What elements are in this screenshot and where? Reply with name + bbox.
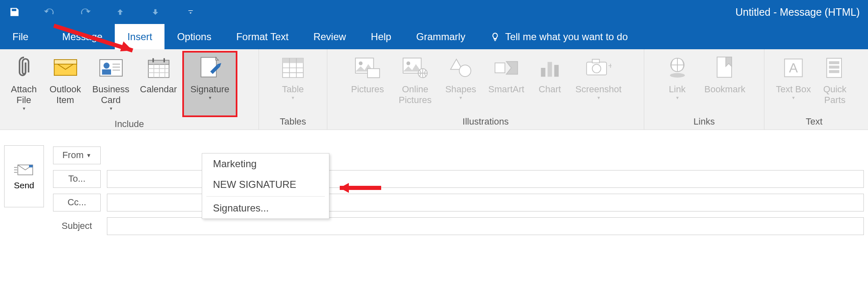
signature-menu-new[interactable]: NEW SIGNATURE bbox=[202, 174, 329, 195]
svg-rect-51 bbox=[829, 70, 839, 73]
screenshot-button[interactable]: + Screenshot ▾ bbox=[570, 53, 628, 101]
group-links: Link ▾ Bookmark Links bbox=[644, 49, 764, 130]
group-illustrations: Pictures Online Pictures Shapes ▾ Smart bbox=[327, 49, 644, 130]
svg-point-32 bbox=[459, 65, 471, 77]
signature-menu-marketing[interactable]: Marketing bbox=[202, 154, 329, 174]
pictures-button[interactable]: Pictures bbox=[344, 53, 392, 96]
svg-point-3 bbox=[103, 62, 109, 69]
screenshot-label: Screenshot bbox=[575, 84, 621, 95]
link-button[interactable]: Link ▾ bbox=[657, 53, 698, 101]
svg-text:+: + bbox=[608, 61, 612, 70]
svg-rect-35 bbox=[541, 68, 546, 77]
shapes-button[interactable]: Shapes ▾ bbox=[439, 53, 483, 101]
from-button[interactable]: From▼ bbox=[53, 147, 101, 164]
text-box-button[interactable]: A Text Box ▾ bbox=[773, 53, 814, 101]
subject-input[interactable] bbox=[107, 217, 864, 235]
svg-marker-34 bbox=[506, 62, 517, 74]
bookmark-icon bbox=[715, 53, 735, 82]
group-illustrations-label: Illustrations bbox=[331, 115, 640, 128]
tab-grammarly[interactable]: Grammarly bbox=[404, 24, 478, 49]
bookmark-button[interactable]: Bookmark bbox=[698, 53, 752, 96]
table-label: Table bbox=[282, 84, 304, 95]
undo-icon[interactable] bbox=[44, 6, 56, 18]
bookmark-label: Bookmark bbox=[704, 84, 745, 95]
tab-help[interactable]: Help bbox=[358, 24, 404, 49]
svg-rect-49 bbox=[829, 61, 839, 64]
svg-text:A: A bbox=[789, 60, 798, 75]
calendar-label: Calendar bbox=[140, 84, 177, 95]
text-box-label: Text Box bbox=[776, 84, 811, 95]
smartart-button[interactable]: SmartArt bbox=[483, 53, 530, 96]
tab-format-text[interactable]: Format Text bbox=[224, 24, 301, 49]
send-button[interactable]: Send bbox=[4, 145, 44, 207]
tab-review[interactable]: Review bbox=[301, 24, 358, 49]
chart-label: Chart bbox=[539, 84, 561, 95]
cc-label: Cc... bbox=[68, 197, 86, 208]
chevron-down-icon: ▾ bbox=[110, 106, 112, 110]
signature-menu-signatures[interactable]: Signatures... bbox=[202, 198, 329, 219]
quick-access-toolbar bbox=[8, 6, 197, 18]
tell-me-box[interactable]: Tell me what you want to do bbox=[490, 24, 628, 49]
redo-icon[interactable] bbox=[79, 6, 91, 18]
send-label: Send bbox=[14, 180, 34, 190]
svg-point-43 bbox=[670, 73, 685, 78]
chart-button[interactable]: Chart bbox=[530, 53, 570, 96]
to-button[interactable]: To... bbox=[53, 170, 101, 188]
cc-button[interactable]: Cc... bbox=[53, 194, 101, 211]
svg-marker-53 bbox=[120, 41, 133, 51]
group-links-label: Links bbox=[648, 115, 760, 128]
group-include-label: Include bbox=[4, 117, 254, 130]
tab-options[interactable]: Options bbox=[164, 24, 224, 49]
online-pictures-button[interactable]: Online Pictures bbox=[392, 53, 439, 106]
quick-parts-label: Quick Parts bbox=[817, 84, 853, 106]
svg-point-29 bbox=[406, 62, 410, 65]
chevron-down-icon: ▾ bbox=[459, 96, 462, 100]
chevron-down-icon: ▼ bbox=[86, 152, 92, 159]
title-bar: Untitled - Message (HTML) bbox=[0, 0, 868, 24]
group-tables-label: Tables bbox=[263, 115, 323, 128]
attach-file-button[interactable]: Attach File ▾ bbox=[4, 53, 44, 111]
svg-line-52 bbox=[54, 26, 133, 50]
chevron-down-icon: ▾ bbox=[23, 106, 25, 110]
group-text: A Text Box ▾ Quick Parts Text bbox=[764, 49, 864, 130]
svg-rect-17 bbox=[201, 58, 216, 77]
svg-rect-33 bbox=[495, 63, 505, 73]
group-tables: Table ▾ Tables bbox=[259, 49, 327, 130]
business-card-label: Business Card bbox=[89, 84, 132, 106]
signature-button[interactable]: Signature ▾ bbox=[182, 51, 237, 117]
online-pictures-icon bbox=[402, 53, 428, 82]
compose-area: Send From▼ To... Cc... Subject bbox=[0, 130, 868, 239]
tab-file[interactable]: File bbox=[0, 24, 50, 49]
group-text-label: Text bbox=[769, 115, 860, 128]
tell-me-label: Tell me what you want to do bbox=[505, 31, 628, 43]
chart-icon bbox=[539, 53, 561, 82]
svg-rect-4 bbox=[102, 70, 111, 75]
svg-rect-57 bbox=[29, 165, 33, 168]
up-arrow-icon[interactable] bbox=[114, 6, 126, 18]
to-label: To... bbox=[68, 173, 86, 184]
svg-rect-37 bbox=[554, 65, 559, 77]
svg-rect-39 bbox=[592, 59, 599, 63]
send-icon bbox=[14, 162, 34, 176]
customize-qat-icon[interactable] bbox=[184, 6, 197, 18]
attach-file-label: Attach File bbox=[7, 84, 41, 106]
save-icon[interactable] bbox=[8, 6, 21, 18]
table-button[interactable]: Table ▾ bbox=[271, 53, 315, 101]
chevron-down-icon: ▾ bbox=[209, 96, 211, 100]
svg-point-26 bbox=[359, 62, 363, 65]
smartart-icon bbox=[494, 53, 518, 82]
smartart-label: SmartArt bbox=[488, 84, 525, 95]
chevron-down-icon: ▾ bbox=[676, 96, 679, 100]
table-icon bbox=[282, 53, 304, 82]
link-label: Link bbox=[669, 84, 685, 95]
subject-label: Subject bbox=[53, 221, 101, 231]
signature-icon bbox=[199, 53, 221, 82]
shapes-label: Shapes bbox=[445, 84, 476, 95]
quick-parts-icon bbox=[824, 53, 845, 82]
annotation-arrow-insert bbox=[50, 22, 153, 63]
svg-point-40 bbox=[592, 64, 601, 73]
textbox-icon: A bbox=[783, 53, 804, 82]
quick-parts-button[interactable]: Quick Parts bbox=[814, 53, 856, 106]
down-arrow-icon[interactable] bbox=[149, 6, 162, 18]
svg-rect-36 bbox=[548, 62, 552, 77]
